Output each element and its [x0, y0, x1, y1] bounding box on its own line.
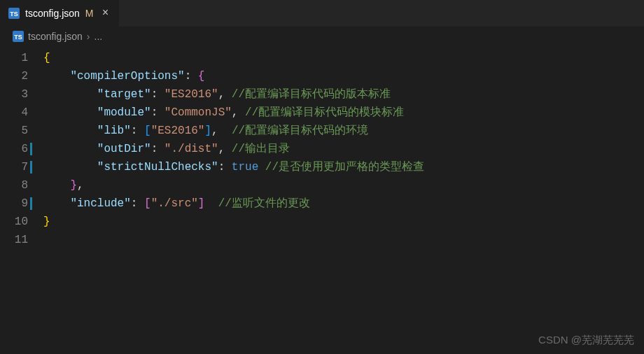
modified-marker: [30, 197, 32, 210]
code-line: "strictNullChecks": true //是否使用更加严格的类型检查: [43, 158, 644, 176]
code-line: "module": "CommonJS", //配置编译目标代码的模块标准: [43, 104, 644, 122]
code-area[interactable]: { "compilerOptions": { "target": "ES2016…: [43, 49, 644, 249]
svg-text:TS: TS: [10, 10, 18, 17]
ts-file-icon: TS: [13, 31, 24, 42]
tab-filename: tsconfig.json: [25, 8, 80, 19]
code-editor[interactable]: 1 2 3 4 5 6 7 8 9 10 11 { "compilerOptio…: [0, 46, 644, 249]
code-line: },: [43, 176, 644, 194]
line-number: 5: [21, 125, 28, 137]
watermark: CSDN @芜湖芜芜芜: [538, 334, 634, 347]
line-number: 2: [21, 70, 28, 83]
line-number: 3: [21, 88, 28, 101]
tab-modified-indicator: M: [85, 8, 94, 19]
modified-marker: [30, 143, 32, 155]
line-number: 6: [21, 143, 28, 155]
line-number: 7: [21, 161, 28, 174]
tab-tsconfig[interactable]: TS tsconfig.json M ×: [0, 0, 120, 27]
code-line: "include": ["./src"] //监听文件的更改: [43, 194, 644, 213]
code-line: "target": "ES2016", //配置编译目标代码的版本标准: [43, 85, 644, 104]
breadcrumb-filename: tsconfig.json: [28, 31, 83, 42]
line-number: 1: [21, 52, 28, 64]
close-icon[interactable]: ×: [99, 7, 112, 20]
code-line: {: [43, 49, 644, 67]
code-line: "compilerOptions": {: [43, 67, 644, 85]
line-number: 11: [15, 234, 28, 246]
breadcrumb[interactable]: TS tsconfig.json › ...: [0, 27, 644, 46]
code-line: "outDir": "./dist", //输出目录: [43, 140, 644, 158]
line-number: 4: [21, 106, 28, 119]
breadcrumb-rest: ...: [94, 31, 103, 42]
line-number: 8: [21, 179, 28, 192]
chevron-right-icon: ›: [87, 31, 90, 42]
code-line: "lib": ["ES2016"], //配置编译目标代码的环境: [43, 122, 644, 140]
tab-bar: TS tsconfig.json M ×: [0, 0, 644, 27]
line-number: 9: [21, 197, 28, 210]
code-line: [43, 231, 644, 249]
modified-marker: [30, 161, 32, 174]
line-number: 10: [15, 215, 28, 228]
code-line: }: [43, 213, 644, 231]
svg-text:TS: TS: [14, 34, 22, 41]
line-gutter: 1 2 3 4 5 6 7 8 9 10 11: [0, 49, 43, 249]
ts-file-icon: TS: [8, 8, 20, 19]
